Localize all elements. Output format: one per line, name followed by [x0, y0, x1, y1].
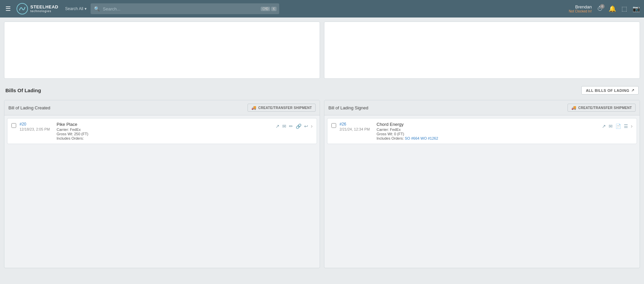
bol-signed-items: #26 2/21/24, 12:34 PM Chord Energy Carri… [324, 115, 640, 149]
logout-icon[interactable]: ⬚ [621, 5, 627, 12]
logo-text: STEELHEAD [30, 4, 58, 10]
search-all-button[interactable]: Search All ▾ [65, 6, 87, 11]
bol-section-title: Bills Of Lading [5, 87, 41, 93]
bol-created-header: Bill of Lading Created 🚚 CREATE/TRANSFER… [4, 100, 320, 115]
bol-company: Pike Place [57, 122, 272, 127]
truck-icon: 🚚 [251, 105, 256, 110]
chevron-right-icon[interactable]: › [311, 123, 313, 129]
clock-badge: 0 [600, 4, 605, 9]
email-icon[interactable]: ✉ [282, 123, 286, 129]
bol-details-signed: Chord Energy Carrier: FedEx Gross Wt: 0 … [377, 122, 599, 140]
wo-link[interactable]: WO #1262 [420, 136, 438, 140]
document-icon[interactable]: 📄 [615, 123, 621, 129]
logo-subtext: technologies [30, 9, 58, 13]
bol-carrier: Carrier: FedEx [57, 128, 272, 132]
bol-signed-header: Bill of Lading Signed 🚚 CREATE/TRANSFER … [324, 100, 640, 115]
bol-carrier-signed: Carrier: FedEx [377, 128, 599, 132]
open-external-icon[interactable]: ↗ [276, 123, 280, 129]
logo-icon [16, 3, 28, 15]
app-header: ☰ STEELHEAD technologies Search All ▾ 🔍 … [0, 0, 644, 17]
bol-item-checkbox[interactable] [11, 123, 16, 128]
create-shipment-button-signed[interactable]: 🚚 CREATE/TRANSFER SHIPMENT [568, 104, 636, 112]
logo: STEELHEAD technologies [16, 3, 58, 15]
bol-company-signed: Chord Energy [377, 122, 599, 127]
bol-id-date: #20 12/18/23, 2:05 PM [20, 122, 53, 131]
bol-orders-signed: Includes Orders: SO #664 WO #1262 [377, 136, 599, 140]
bol-item-actions-signed: ↗ ✉ 📄 ☰ › [602, 123, 633, 129]
bol-item-actions: ↗ ✉ ✏ 🔗 ↩ › [276, 123, 313, 129]
bol-id-link-signed[interactable]: #26 [340, 122, 373, 127]
search-keyboard-shortcut: CMD K [261, 7, 277, 11]
right-panel [324, 22, 640, 79]
left-panel [4, 22, 320, 79]
clock-icon[interactable]: ⏱ 0 [597, 5, 603, 12]
bol-signed-title: Bill of Lading Signed [328, 105, 368, 110]
undo-icon[interactable]: ↩ [304, 123, 308, 129]
external-link-icon: ↗ [631, 88, 635, 93]
bol-item: #20 12/18/23, 2:05 PM Pike Place Carrier… [7, 118, 317, 144]
bol-created-items: #20 12/18/23, 2:05 PM Pike Place Carrier… [4, 115, 320, 149]
bol-weight-signed: Gross Wt: 0 (FT) [377, 132, 599, 136]
bol-created-column: Bill of Lading Created 🚚 CREATE/TRANSFER… [4, 100, 320, 268]
header-right: Brendan Not Clocked In! ⏱ 0 🔔 ⬚ 📷 [569, 4, 640, 13]
bol-item: #26 2/21/24, 12:34 PM Chord Energy Carri… [327, 118, 637, 144]
dropdown-icon: ▾ [85, 6, 87, 11]
bol-id-date-signed: #26 2/21/24, 12:34 PM [340, 122, 373, 131]
create-shipment-button-created[interactable]: 🚚 CREATE/TRANSFER SHIPMENT [248, 104, 316, 112]
list-icon[interactable]: ☰ [624, 123, 628, 129]
cmd-key: CMD [261, 7, 270, 11]
bol-orders: Includes Orders: [57, 136, 272, 140]
k-key: K [271, 7, 277, 11]
link-icon[interactable]: 🔗 [296, 123, 301, 129]
bol-columns: Bill of Lading Created 🚚 CREATE/TRANSFER… [4, 100, 640, 268]
bol-id-link[interactable]: #20 [20, 122, 53, 127]
bol-section-header: Bills Of Lading ALL BILLS OF LADING ↗ [4, 83, 640, 98]
bol-section: Bills Of Lading ALL BILLS OF LADING ↗ Bi… [4, 83, 640, 268]
all-bol-button[interactable]: ALL BILLS OF LADING ↗ [581, 86, 639, 95]
user-clock-status: Not Clocked In! [569, 9, 592, 13]
open-external-icon-signed[interactable]: ↗ [602, 123, 606, 129]
bol-signed-column: Bill of Lading Signed 🚚 CREATE/TRANSFER … [324, 100, 640, 268]
bol-date-signed: 2/21/24, 12:34 PM [340, 127, 373, 131]
search-container: 🔍 CMD K [91, 3, 279, 14]
user-name: Brendan [569, 4, 592, 9]
menu-icon[interactable]: ☰ [4, 4, 12, 14]
email-icon-signed[interactable]: ✉ [609, 123, 613, 129]
top-panels [4, 22, 640, 79]
truck-icon-signed: 🚚 [571, 105, 576, 110]
edit-icon[interactable]: ✏ [289, 123, 293, 129]
chevron-right-icon-signed[interactable]: › [631, 123, 633, 129]
bol-details: Pike Place Carrier: FedEx Gross Wt: 250 … [57, 122, 272, 140]
camera-icon[interactable]: 📷 [633, 5, 640, 12]
bell-icon[interactable]: 🔔 [609, 5, 616, 12]
bol-date: 12/18/23, 2:05 PM [20, 127, 53, 131]
so-link[interactable]: SO #664 [405, 136, 419, 140]
main-content: Bills Of Lading ALL BILLS OF LADING ↗ Bi… [0, 17, 644, 272]
search-icon: 🔍 [94, 6, 100, 11]
bol-weight: Gross Wt: 250 (FT) [57, 132, 272, 136]
user-info: Brendan Not Clocked In! [569, 4, 592, 13]
bol-created-title: Bill of Lading Created [8, 105, 50, 110]
bol-item-checkbox-signed[interactable] [331, 123, 336, 128]
search-input[interactable] [91, 3, 279, 14]
